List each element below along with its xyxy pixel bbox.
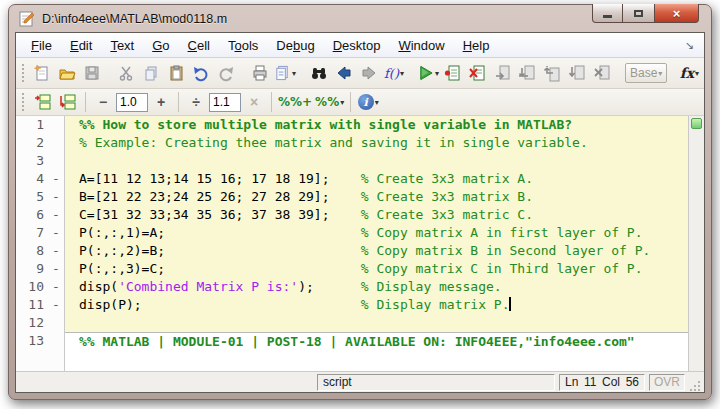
save-button[interactable] (80, 62, 104, 84)
code-text[interactable]: disp(P); % Display matrix P. (65, 296, 688, 314)
menu-help[interactable]: Help (454, 36, 499, 55)
clear-all-breakpoints-button[interactable] (466, 62, 490, 84)
paste-button[interactable] (164, 62, 188, 84)
find-button[interactable] (307, 62, 331, 84)
go-back-button[interactable] (332, 62, 356, 84)
add-rerun-button[interactable]: + (149, 91, 173, 113)
function-browser-button[interactable]: fx ▾ (677, 62, 701, 84)
code-line[interactable]: 1%% How to store multiple matrix with si… (16, 116, 688, 134)
executable-line-marker[interactable] (50, 332, 65, 350)
evaluate-cell-advance-button[interactable]: %% ▾ (314, 91, 345, 113)
step-in-button[interactable] (516, 62, 540, 84)
menu-file[interactable]: File (22, 36, 61, 55)
code-line[interactable]: 10-disp('Combined Matrix P is:'); % Disp… (16, 278, 688, 296)
code-text[interactable]: %% MATLAB | MODULE-01 | POST-18 | AVAILA… (65, 332, 688, 350)
multiply-rerun-button[interactable]: × (242, 91, 266, 113)
menu-debug[interactable]: Debug (267, 36, 323, 55)
toolbar-grip[interactable] (22, 93, 25, 111)
resize-grip[interactable] (689, 380, 701, 392)
code-text[interactable] (65, 314, 688, 332)
dropdown-arrow-icon[interactable]: ▾ (435, 69, 439, 78)
insert-cell-below-button[interactable] (56, 91, 80, 113)
code-line[interactable]: 12 (16, 314, 688, 332)
code-text[interactable]: %% How to store multiple matrix with sin… (65, 116, 688, 134)
code-text[interactable]: A=[11 12 13;14 15 16; 17 18 19]; % Creat… (65, 170, 688, 188)
code-text[interactable]: P(:,:,2)=B; % Copy matrix B in Second la… (65, 242, 688, 260)
minimize-button[interactable] (592, 4, 623, 23)
message-indicator-ok[interactable] (691, 118, 702, 129)
cell-mode-info-button[interactable]: i ▾ (356, 91, 380, 113)
new-script-button[interactable] (30, 62, 54, 84)
workspace-select[interactable]: Base ▾ (625, 63, 667, 83)
go-forward-button[interactable] (357, 62, 381, 84)
overwrite-indicator[interactable]: OVR (649, 374, 685, 391)
code-line[interactable]: 7-P(:,:,1)=A; % Copy matrix A in first l… (16, 224, 688, 242)
toolbar-grip[interactable] (22, 64, 24, 82)
menu-go[interactable]: Go (143, 36, 178, 55)
divide-rerun-button[interactable]: ÷ (184, 91, 208, 113)
executable-line-marker[interactable]: - (50, 224, 65, 242)
redo-button[interactable] (214, 62, 238, 84)
code-line[interactable]: 9-P(:,:,3)=C; % Copy matrix C in Third l… (16, 260, 688, 278)
code-text[interactable]: C=[31 32 33;34 35 36; 37 38 39]; % Creat… (65, 206, 688, 224)
add-amount-input[interactable] (116, 93, 148, 112)
code-line[interactable]: 8-P(:,:,2)=B; % Copy matrix B in Second … (16, 242, 688, 260)
copy-button[interactable] (139, 62, 163, 84)
executable-line-marker[interactable]: - (50, 296, 65, 314)
insert-cell-above-button[interactable] (31, 91, 55, 113)
dropdown-arrow-icon[interactable]: ▾ (400, 69, 404, 78)
multiply-amount-input[interactable] (209, 93, 241, 112)
open-file-button[interactable] (55, 62, 79, 84)
menu-desktop[interactable]: Desktop (324, 36, 390, 55)
executable-line-marker[interactable] (50, 152, 65, 170)
cut-button[interactable] (114, 62, 138, 84)
dock-arrow-icon[interactable]: ↘ (685, 39, 694, 52)
executable-line-marker[interactable]: - (50, 206, 65, 224)
executable-line-marker[interactable]: - (50, 242, 65, 260)
menu-tools[interactable]: Tools (219, 36, 267, 55)
code-line[interactable]: 11-disp(P); % Display matrix P. (16, 296, 688, 314)
step-out-button[interactable] (541, 62, 565, 84)
subtract-rerun-button[interactable]: − (91, 91, 115, 113)
code-text[interactable]: P(:,:,3)=C; % Copy matrix C in Third lay… (65, 260, 688, 278)
evaluate-cell-button[interactable]: %%+ (277, 91, 313, 113)
code-text[interactable] (65, 152, 688, 170)
code-line[interactable]: 6-C=[31 32 33;34 35 36; 37 38 39]; % Cre… (16, 206, 688, 224)
code-text[interactable]: P(:,:,1)=A; % Copy matrix A in first lay… (65, 224, 688, 242)
executable-line-marker[interactable]: - (50, 170, 65, 188)
editor-empty-area[interactable] (16, 350, 688, 371)
executable-line-marker[interactable]: - (50, 260, 65, 278)
code-text[interactable]: % Example: Creating thee matrix and savi… (65, 134, 688, 152)
code-line[interactable]: 4-A=[11 12 13;14 15 16; 17 18 19]; % Cre… (16, 170, 688, 188)
code-text[interactable]: B=[21 22 23;24 25 26; 27 28 29]; % Creat… (65, 188, 688, 206)
print-button[interactable] (248, 62, 272, 84)
undo-button[interactable] (189, 62, 213, 84)
code-line[interactable]: 2% Example: Creating thee matrix and sav… (16, 134, 688, 152)
code-line[interactable]: 5-B=[21 22 23;24 25 26; 27 28 29]; % Cre… (16, 188, 688, 206)
set-clear-breakpoint-button[interactable] (441, 62, 465, 84)
code-line[interactable]: 3 (16, 152, 688, 170)
run-button[interactable]: ▾ (416, 62, 440, 84)
dropdown-arrow-icon[interactable]: ▾ (292, 69, 296, 78)
publish-button[interactable]: ▾ (273, 62, 297, 84)
menu-edit[interactable]: Edit (61, 36, 101, 55)
exit-debug-button[interactable] (591, 62, 615, 84)
executable-line-marker[interactable]: - (50, 278, 65, 296)
maximize-button[interactable] (623, 4, 654, 23)
menu-cell[interactable]: Cell (179, 36, 219, 55)
executable-line-marker[interactable] (50, 116, 65, 134)
close-button[interactable]: × (654, 4, 699, 23)
menu-text[interactable]: Text (101, 36, 143, 55)
code-line[interactable]: 13%% MATLAB | MODULE-01 | POST-18 | AVAI… (16, 332, 688, 350)
run-to-cursor-button[interactable] (566, 62, 590, 84)
vertical-scrollbar[interactable] (688, 116, 704, 371)
executable-line-marker[interactable]: - (50, 188, 65, 206)
step-button[interactable] (491, 62, 515, 84)
code-text[interactable]: disp('Combined Matrix P is:'); % Display… (65, 278, 688, 296)
executable-line-marker[interactable] (50, 314, 65, 332)
menu-window[interactable]: Window (389, 36, 453, 55)
insert-function-button[interactable]: f() ▾ (382, 62, 406, 84)
code-editor[interactable]: 1%% How to store multiple matrix with si… (16, 116, 704, 371)
executable-line-marker[interactable] (50, 134, 65, 152)
title-bar[interactable]: D:\info4eee\MATLAB\mod0118.m × (9, 5, 711, 32)
